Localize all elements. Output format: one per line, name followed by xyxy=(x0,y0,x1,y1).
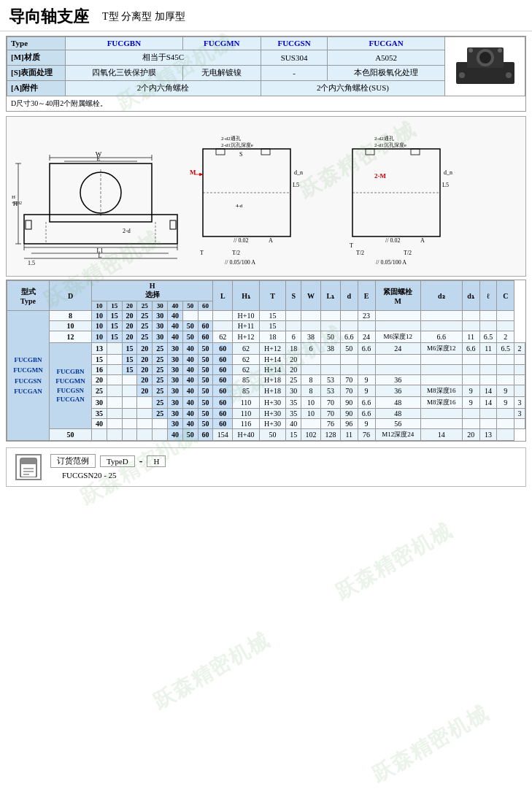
d-cell: 6.6 xyxy=(358,343,375,355)
E-cell: 23 xyxy=(358,311,375,321)
h-select-cell: 25 xyxy=(137,311,153,321)
th-d2: d₂ xyxy=(420,281,462,311)
T-cell: 35 xyxy=(286,397,301,409)
H1-cell: H+10 xyxy=(233,311,260,321)
L-cell: 110 xyxy=(233,409,260,419)
h-select-cell: 20 xyxy=(137,375,153,385)
W-cell: 53 xyxy=(320,375,340,385)
order-field1: TypeD xyxy=(100,455,135,467)
D-cell: 35 xyxy=(92,409,107,419)
svg-text:T: T xyxy=(200,250,204,256)
E-cell xyxy=(358,321,375,331)
svg-text:// 0.05/100  A: // 0.05/100 A xyxy=(376,259,406,266)
d-cell: 11 xyxy=(340,429,358,441)
technical-diagram: W E H H +0.02 L1 L 2-d 1.5 2-d2通孔 2-d1 xyxy=(9,120,528,273)
E-cell: 56 xyxy=(375,419,420,429)
L-cell xyxy=(213,321,233,331)
h-select-cell xyxy=(182,311,198,321)
page-subtitle: T型 分离型 加厚型 xyxy=(102,10,185,23)
h-select-cell: 15 xyxy=(107,321,122,331)
D-cell: 50 xyxy=(50,429,92,441)
svg-rect-70 xyxy=(20,458,36,464)
l-cell xyxy=(497,355,514,365)
d1-cell: 14 xyxy=(479,397,497,409)
h-select-cell: 40 xyxy=(182,375,198,385)
order-example: FUCGSN20 - 25 xyxy=(62,471,517,480)
svg-text:2-d1沉孔深度e: 2-d1沉孔深度e xyxy=(374,142,406,148)
page-header: 导向轴支座 T型 分离型 加厚型 xyxy=(0,0,532,31)
h-select-cell: 20 xyxy=(137,355,153,365)
h-select-cell: 30 xyxy=(153,331,168,343)
W-cell xyxy=(301,321,321,331)
H1-cell: H+14 xyxy=(259,365,286,375)
D-cell: 13 xyxy=(92,343,107,355)
data-table: 型式Type D H选择 L H₁ T S W L₁ d E 紧固螺栓M d₂ … xyxy=(7,280,525,441)
svg-text:E: E xyxy=(97,155,101,162)
T-cell: 20 xyxy=(286,365,301,375)
d2-cell xyxy=(420,321,462,331)
d-cell xyxy=(340,321,358,331)
L-cell: 154 xyxy=(213,429,233,441)
M-cell xyxy=(420,419,462,429)
d2-cell: 9 xyxy=(462,397,479,409)
E-cell xyxy=(375,355,420,365)
spec-note: D尺寸30～40用2个附属螺栓。 xyxy=(7,96,525,111)
svg-point-6 xyxy=(469,48,473,53)
svg-text:A: A xyxy=(269,237,273,244)
d2-cell xyxy=(462,409,479,419)
l-cell xyxy=(479,321,497,331)
svg-rect-13 xyxy=(170,220,176,229)
type-fucgbn: FUCGBN xyxy=(66,37,183,50)
table-row: FUCGBNFUCGMNFUCGSNFUCGAN1315202530405060… xyxy=(7,343,525,355)
h-select-cell: 50 xyxy=(198,397,213,409)
D-cell: 30 xyxy=(92,397,107,409)
W-cell: 102 xyxy=(301,429,321,441)
H1-cell: H+12 xyxy=(233,331,260,343)
th-l: ℓ xyxy=(479,281,497,311)
d-cell: 9 xyxy=(358,375,375,385)
h-select-cell: 30 xyxy=(153,311,168,321)
svg-text:T/2: T/2 xyxy=(232,250,240,256)
h-select-cell: 40 xyxy=(182,365,198,375)
h-select-cell: 25 xyxy=(153,365,168,375)
S-cell xyxy=(286,311,301,321)
svg-rect-8 xyxy=(24,215,177,244)
h-select-cell: 60 xyxy=(198,429,213,441)
L1-cell: 70 xyxy=(340,375,358,385)
order-row: 订货范例 TypeD - H xyxy=(50,454,517,468)
L1-cell: 128 xyxy=(320,429,340,441)
h-select-cell: 60 xyxy=(213,409,233,419)
L1-cell: 50 xyxy=(340,343,358,355)
d-cell: 9 xyxy=(358,419,375,429)
d1-cell xyxy=(479,409,497,419)
h-select-cell: 25 xyxy=(137,321,153,331)
l-cell: 9 xyxy=(497,385,514,397)
h-select-cell xyxy=(137,397,153,409)
T-cell: 40 xyxy=(286,419,301,429)
h-select-cell: 50 xyxy=(198,419,213,429)
d2-cell: 6.6 xyxy=(420,331,462,343)
D-cell: 12 xyxy=(50,331,92,343)
type-cell: FUCGBNFUCGMNFUCGSNFUCGAN xyxy=(50,343,92,429)
type-fucgan: FUCGAN xyxy=(328,37,445,50)
diagram-area: W E H H +0.02 L1 L 2-d 1.5 2-d2通孔 2-d1 xyxy=(6,116,526,277)
M-cell xyxy=(420,375,462,385)
T-cell: 35 xyxy=(286,409,301,419)
L-cell: 62 xyxy=(233,355,260,365)
H1-cell: H+40 xyxy=(233,429,260,441)
h-select-cell: 20 xyxy=(137,385,153,397)
h-select-cell: 25 xyxy=(153,355,168,365)
h-select-cell xyxy=(92,429,107,441)
E-cell: 36 xyxy=(375,375,420,385)
L1-cell: 90 xyxy=(340,397,358,409)
l-cell xyxy=(497,409,514,419)
H1-cell: H+18 xyxy=(259,375,286,385)
order-section: 订货范例 TypeD - H FUCGSN20 - 25 xyxy=(6,447,526,487)
data-table-section: 型式Type D H选择 L H₁ T S W L₁ d E 紧固螺栓M d₂ … xyxy=(6,280,526,442)
h-select-cell: 50 xyxy=(182,331,198,343)
C-cell xyxy=(514,365,525,375)
h-select-cell xyxy=(122,429,137,441)
M-cell: M8深度16 xyxy=(420,397,462,409)
type-fucgmn: FUCGMN xyxy=(182,37,261,50)
C-cell xyxy=(497,429,514,441)
